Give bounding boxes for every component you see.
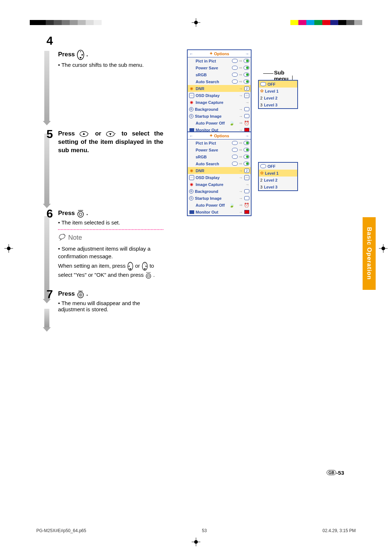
osd-row: Power Save⇨ <box>188 64 251 71</box>
osd-row: BBackground→ <box>188 188 251 195</box>
svg-point-27 <box>146 274 151 278</box>
print-footer: PG-M25X#E#p50_64.p65 53 02.4.29, 3:15 PM <box>36 528 356 533</box>
osd-row: Pict in Pict⇨ <box>188 139 251 146</box>
osd-row: SStartup Image→ <box>188 195 251 202</box>
submenu-row: OFF <box>259 81 297 88</box>
osd-header: ← ✦Options → <box>188 50 251 57</box>
crosshair-right <box>379 244 388 253</box>
right-arrow-icon: → <box>244 134 251 138</box>
submenu-row: 3Level 3 <box>259 183 297 190</box>
osd-row: Pict in Pict⇨ <box>188 57 251 64</box>
svg-text:-: - <box>130 263 131 265</box>
osd-screenshot-2: ← ✦Options → Pict in Pict⇨Power Save⇨sRG… <box>187 131 252 216</box>
enter-button-icon: ENTER <box>145 272 152 279</box>
osd-row: ◉DNR→2 <box>188 167 251 174</box>
note-title: Note <box>68 234 82 242</box>
svg-text:": " <box>115 133 116 135</box>
osd-menu: ← ✦Options → Pict in Pict⇨Power Save⇨sRG… <box>187 131 252 216</box>
step-7: 7 Press MENU . The menu will disappear a… <box>36 290 356 312</box>
enter-button-icon: ENTER <box>77 209 85 218</box>
right-arrow-icon: → <box>244 52 251 56</box>
down-button-icon: " <box>106 131 117 137</box>
osd-row: Auto Search⇨ <box>188 160 251 167</box>
step-number: 7 <box>46 288 53 301</box>
svg-text:+: + <box>80 50 81 53</box>
left-nav-icon: - <box>127 262 134 271</box>
osd-submenu: OFF✿Level 12Level 23Level 3 <box>258 162 298 191</box>
osd-header: ← ✦Options → <box>188 132 251 139</box>
submenu-row: OFF <box>259 163 297 170</box>
right-nav-icon: + <box>142 262 148 271</box>
svg-text:+: + <box>144 263 146 265</box>
footer-filename: PG-M25X#E#p50_64.p65 <box>36 528 86 533</box>
page-number: GB-53 <box>327 470 344 476</box>
step-number: 5 <box>46 127 53 141</box>
osd-row: Monitor Out→ <box>188 208 251 215</box>
color-swatches <box>290 20 362 25</box>
note-body: Some adjustment items will display a con… <box>58 245 163 279</box>
osd-menu: ← ✦Options → Pict in Pict⇨Power Save⇨sRG… <box>187 49 252 134</box>
step-headline: Press ' or " to select the setting of th… <box>58 130 163 155</box>
note-heading: Note <box>58 233 163 243</box>
step-headline: Press MENU . <box>58 290 163 299</box>
submenu-row: 2Level 2 <box>259 177 297 183</box>
bw-swatches <box>30 20 102 25</box>
footer-page: 53 <box>202 528 207 533</box>
step-bullet: The cursor shifts to the sub menu. <box>58 62 163 68</box>
osd-screenshot-1: ← ✦Options → Pict in Pict⇨Power Save⇨sRG… <box>187 49 252 134</box>
page-content: Basic Operation 4 Press + . The cursor s… <box>36 36 356 516</box>
svg-text:MENU: MENU <box>78 290 83 292</box>
crosshair-left <box>4 244 13 253</box>
svg-text:ENTER: ENTER <box>146 272 151 274</box>
side-tab: Basic Operation <box>363 217 376 290</box>
osd-row: ···OSD Display→··· <box>188 92 251 99</box>
osd-row: ···OSD Display→··· <box>188 174 251 181</box>
osd-row: ◉DNR→2 <box>188 85 251 92</box>
osd-row: Power Save⇨ <box>188 146 251 153</box>
svg-text:ENTER: ENTER <box>78 210 83 211</box>
submenu-row: 3Level 3 <box>259 101 297 108</box>
right-nav-icon: + <box>77 49 85 60</box>
osd-row: ◉Image Capture→ <box>188 181 251 188</box>
submenu-row: ✿Level 1 <box>259 170 297 177</box>
note-icon <box>58 233 66 243</box>
osd-row: BBackground→ <box>188 106 251 113</box>
step-6: 6 Press ENTER . The item selected is set… <box>36 209 356 279</box>
left-arrow-icon: ← <box>188 134 195 138</box>
up-button-icon: ' <box>79 131 90 137</box>
osd-row: Auto Power Off🍃⇨⏰ <box>188 119 251 126</box>
menu-button-icon: MENU <box>77 290 85 299</box>
side-tab-label: Basic Operation <box>366 227 373 280</box>
osd-row: sRGB⇨ <box>188 153 251 160</box>
osd-row: ◉Image Capture→ <box>188 99 251 106</box>
svg-text:': ' <box>88 133 89 135</box>
osd-row: Auto Power Off🍃⇨⏰ <box>188 202 251 208</box>
step-bullet: The item selected is set. <box>58 219 163 226</box>
footer-datetime: 02.4.29, 3:15 PM <box>323 528 356 533</box>
submenu-row: 2Level 2 <box>259 94 297 101</box>
step-number: 4 <box>46 34 53 48</box>
osd-row: Auto Search⇨ <box>188 78 251 85</box>
svg-point-32 <box>80 294 81 295</box>
step-number: 6 <box>46 207 53 220</box>
crosshair-bottom <box>192 538 200 546</box>
step-headline: Press ENTER . <box>58 209 163 218</box>
crosshair-top <box>192 18 200 27</box>
step-headline: Press + . <box>58 49 163 60</box>
submenu-row: ✿Level 1 <box>259 88 297 94</box>
left-arrow-icon: ← <box>188 52 195 56</box>
osd-row: sRGB⇨ <box>188 71 251 78</box>
osd-row: SStartup Image→ <box>188 113 251 119</box>
step-bullet: The menu will disappear and the adjustme… <box>58 300 163 312</box>
dotted-separator <box>58 229 163 230</box>
osd-submenu: OFF✿Level 12Level 23Level 3 <box>258 80 298 109</box>
